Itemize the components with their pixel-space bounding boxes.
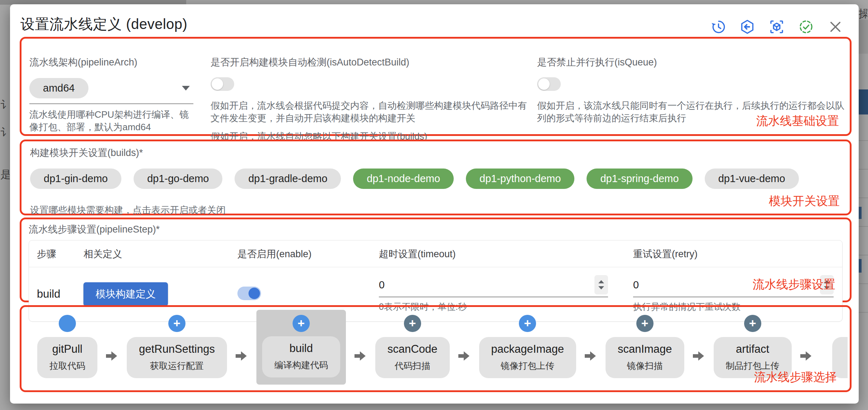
step-circle-icon[interactable] (59, 315, 76, 332)
flow-step-scanimage[interactable]: + scanImage 镜像扫描 (606, 315, 684, 378)
build-modules-section: 构建模块开关设置(builds)* dp1-gin-demo dp1-go-de… (20, 140, 852, 215)
step-name: build (37, 288, 83, 301)
build-module-chip[interactable]: dp1-vue-demo (705, 169, 799, 189)
build-module-chip[interactable]: dp1-gin-demo (30, 169, 121, 189)
flow-step-gitpull[interactable]: gitPull 拉取代码 (37, 315, 97, 378)
retry-input[interactable] (633, 279, 705, 291)
flow-step-build-selected[interactable]: + build 编译构建代码 (256, 310, 346, 385)
build-module-chip[interactable]: dp1-node-demo (353, 169, 454, 189)
step-desc: 拉取代码 (49, 360, 85, 372)
build-module-chip[interactable]: dp1-python-demo (466, 169, 574, 189)
step-desc: 获取运行配置 (139, 360, 215, 372)
step-name: s (832, 343, 848, 356)
col-step: 步骤 (37, 248, 83, 260)
flow-arrow-icon (106, 351, 118, 361)
backdrop-text-fragment: 是 (0, 167, 10, 182)
build-modules-help: 设置哪些模块需要构建，点击表示开启或者关闭 (30, 204, 841, 216)
backdrop-row-line (859, 255, 868, 255)
annotation-pipeline-step-selection: 流水线步骤选择 (754, 369, 837, 385)
annotation-basic-settings: 流水线基础设置 (756, 113, 839, 129)
step-add-icon[interactable]: + (636, 315, 654, 332)
backdrop-navy-block (859, 89, 868, 114)
step-name: scanImage (618, 343, 672, 356)
pipeline-arch-help: 流水线使用哪种CPU架构进行编译、镜像打包、部署，默认为amd64 (29, 108, 193, 133)
step-desc: 编译构建代码 (274, 359, 328, 371)
pipeline-arch-field: 流水线架构(pipelineArch) amd64 流水线使用哪种CPU架构进行… (29, 56, 193, 133)
auto-detect-field: 是否开启构建模块自动检测(isAutoDetectBuild) 假如开启，流水线… (211, 56, 533, 143)
dialog-header: 设置流水线定义 (develop) (10, 4, 859, 37)
pipeline-settings-dialog: 设置流水线定义 (develop) (10, 4, 859, 404)
col-definition: 相关定义 (83, 248, 237, 260)
col-enable: 是否启用(enable) (237, 248, 379, 260)
build-module-chip[interactable]: dp1-gradle-demo (235, 169, 341, 189)
build-modules-chip-row: dp1-gin-demo dp1-go-demo dp1-gradle-demo… (30, 169, 841, 189)
basic-settings-section: 流水线架构(pipelineArch) amd64 流水线使用哪种CPU架构进行… (20, 37, 852, 136)
step-desc: 代码扫描 (387, 360, 438, 372)
flow-step-clipped[interactable]: + s 同步生产 (830, 315, 848, 378)
backdrop-table-header (859, 20, 868, 54)
pipeline-step-label: 流水线步骤设置(pipelineStep)* (29, 223, 843, 236)
enable-toggle[interactable] (237, 287, 261, 300)
flow-step-packageimage[interactable]: + packageImage 镜像打包上传 (479, 315, 576, 378)
step-add-icon[interactable]: + (404, 315, 421, 332)
flow-arrow-icon (355, 351, 367, 361)
backdrop-text-fragment: 操 (859, 6, 867, 21)
annotation-pipeline-step-settings: 流水线步骤设置 (753, 277, 835, 293)
backdrop-row-line (859, 226, 868, 227)
step-add-icon[interactable]: + (293, 315, 310, 332)
backdrop-row-line (859, 283, 868, 284)
pipeline-arch-select[interactable]: amd64 (29, 78, 193, 104)
step-name: getRunSettings (139, 343, 215, 356)
flow-step-artifact[interactable]: + artifact 制品打包上传 (714, 315, 792, 378)
pipeline-arch-label: 流水线架构(pipelineArch) (29, 56, 193, 69)
backdrop-blue-fragment (859, 207, 862, 219)
pipeline-arch-value-chip[interactable]: amd64 (29, 78, 88, 98)
backdrop-text-fragment: 讠 (0, 98, 10, 112)
step-name: artifact (726, 343, 780, 356)
verify-check-icon[interactable] (799, 19, 814, 34)
queue-label: 是否禁止并行执行(isQueue) (537, 56, 849, 69)
dialog-toolbar (710, 19, 843, 34)
backdrop-row-line (859, 312, 868, 313)
step-add-icon[interactable]: + (168, 315, 185, 332)
flow-arrow-icon (800, 351, 812, 361)
auto-detect-help-1: 假如开启，流水线会根据代码提交内容，自动检测哪些构建模块代码路径中有文件发生变更… (211, 99, 533, 125)
pipeline-step-settings-section: 流水线步骤设置(pipelineStep)* 步骤 相关定义 是否启用(enab… (20, 218, 852, 302)
cube-scan-icon[interactable] (769, 19, 784, 34)
col-timeout: 超时设置(timeout) (379, 248, 633, 260)
step-name: gitPull (49, 343, 85, 356)
queue-toggle[interactable] (537, 77, 561, 91)
close-icon[interactable] (828, 19, 843, 34)
step-add-icon[interactable]: + (744, 315, 761, 332)
module-build-define-button[interactable]: 模块构建定义 (83, 282, 168, 306)
step-desc: 镜像打包上传 (491, 360, 564, 372)
timeout-stepper[interactable] (594, 275, 608, 294)
step-name: build (274, 342, 328, 355)
auto-detect-toggle[interactable] (211, 77, 234, 91)
toggle-knob (212, 78, 223, 90)
build-module-chip[interactable]: dp1-spring-demo (587, 169, 692, 189)
backdrop-text-fragment: 讠 (0, 125, 10, 140)
flow-arrow-icon (693, 351, 705, 361)
steps-table-header: 步骤 相关定义 是否启用(enable) 超时设置(timeout) 重试设置(… (29, 240, 842, 267)
step-name: packageImage (491, 343, 564, 356)
dropdown-caret-icon (182, 86, 190, 91)
step-name: scanCode (387, 343, 438, 356)
toggle-knob (538, 78, 550, 90)
col-retry: 重试设置(retry) (633, 248, 842, 260)
backdrop-row-line (859, 197, 868, 198)
flow-step-getrunsettings[interactable]: + getRunSettings 获取运行配置 (127, 315, 227, 378)
flow-strip: gitPull 拉取代码 + getRunSettings 获取运行配置 + b… (24, 309, 848, 388)
backdrop-blue-fragment (859, 259, 862, 273)
toggle-knob (249, 288, 260, 299)
step-add-icon[interactable]: + (519, 315, 536, 332)
build-modules-label: 构建模块开关设置(builds)* (30, 146, 841, 159)
pipeline-step-flow-section: gitPull 拉取代码 + getRunSettings 获取运行配置 + b… (20, 305, 852, 392)
page-title: 设置流水线定义 (develop) (20, 14, 187, 34)
build-module-chip[interactable]: dp1-go-demo (134, 169, 223, 189)
timeout-input[interactable] (379, 279, 450, 291)
history-icon[interactable] (710, 19, 725, 34)
hexagon-back-icon[interactable] (740, 19, 755, 34)
flow-step-scancode[interactable]: + scanCode 代码扫描 (375, 315, 450, 378)
annotation-module-switches: 模块开关设置 (769, 193, 840, 209)
